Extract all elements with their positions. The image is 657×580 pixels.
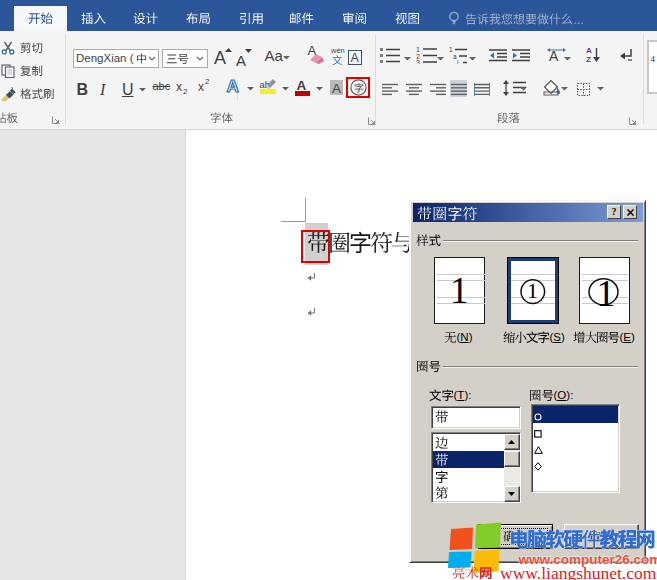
svg-text:i: i — [457, 59, 458, 64]
svg-text:Z: Z — [586, 55, 591, 64]
svg-text:A: A — [586, 46, 592, 55]
svg-text:3: 3 — [416, 59, 420, 64]
